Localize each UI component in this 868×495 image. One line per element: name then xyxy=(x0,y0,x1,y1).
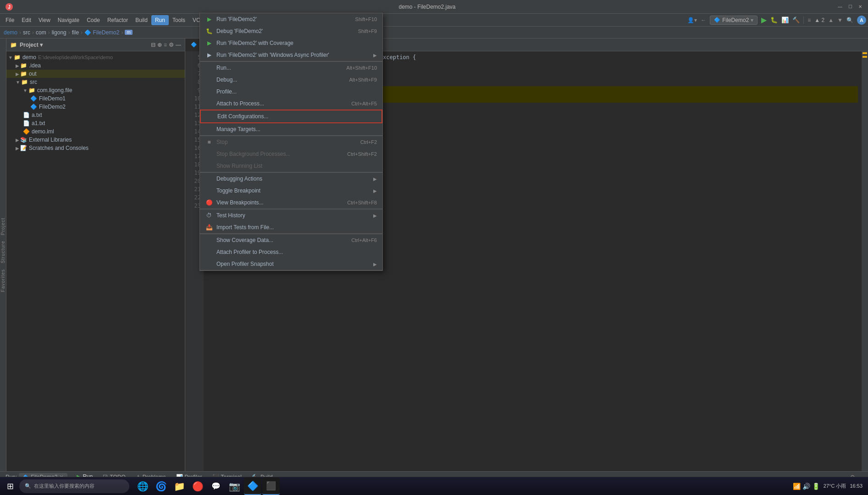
taskbar-clock[interactable]: 16:53 xyxy=(850,483,862,489)
menu-item-toggle-breakpoint[interactable]: Toggle Breakpoint ▶ xyxy=(200,185,382,197)
menu-item-run-profiler[interactable]: ▶ Run 'FileDemo2' with 'Windows Async Pr… xyxy=(200,49,382,61)
start-button[interactable]: ⊞ xyxy=(2,478,18,495)
tree-item-a1txt[interactable]: 📄 a1.txt xyxy=(6,119,185,127)
build-button[interactable]: 🔨 xyxy=(792,16,800,23)
menu-item-test-history[interactable]: ⏱ Test History ▶ xyxy=(200,209,382,221)
menu-file[interactable]: File xyxy=(2,15,18,25)
breadcrumb-ligong[interactable]: ligong xyxy=(52,29,66,36)
project-tree: ▼ 📁 demo E:\develop\ideaWorkSpace\demo ▶… xyxy=(6,51,185,471)
tree-label-idea: .idea xyxy=(29,62,41,69)
tree-label-a1txt: a1.txt xyxy=(32,120,45,126)
taskbar-volume-icon[interactable]: 🔊 xyxy=(802,483,810,490)
project-label[interactable]: Project xyxy=(0,215,6,238)
menu-item-attach-profiler[interactable]: Attach Profiler to Process... xyxy=(200,246,382,258)
manage-targets-icon xyxy=(205,126,213,133)
close-button[interactable]: ✕ xyxy=(857,4,863,10)
taskbar-app-browser[interactable]: 🔷 xyxy=(244,478,261,495)
sep3: › xyxy=(48,29,50,36)
gear-icon[interactable]: ⚙ xyxy=(169,42,174,48)
breadcrumb-src[interactable]: src xyxy=(23,29,30,36)
menu-code[interactable]: Code xyxy=(83,15,104,25)
window-controls[interactable]: — ☐ ✕ xyxy=(837,4,863,10)
menu-run[interactable]: Run xyxy=(151,15,169,25)
collapse-all-icon[interactable]: ⊟ xyxy=(151,42,155,48)
tree-label-filedemo2: FileDemo2 xyxy=(39,104,66,110)
menu-item-open-profiler-snapshot[interactable]: Open Profiler Snapshot ▶ xyxy=(200,258,382,270)
tree-item-idea[interactable]: ▶ 📁 .idea xyxy=(6,61,185,70)
debug-button[interactable]: 🐛 xyxy=(770,16,778,23)
tree-item-atxt[interactable]: 📄 a.txt xyxy=(6,111,185,119)
iml-icon-demoiml: 🔶 xyxy=(23,128,30,135)
search-everywhere-button[interactable]: 🔍 xyxy=(846,17,853,23)
minimize-panel-icon[interactable]: — xyxy=(176,42,181,48)
menu-item-attach-label: Attach to Process... xyxy=(216,100,348,107)
sep6: › xyxy=(121,29,123,36)
tree-item-demo[interactable]: ▼ 📁 demo E:\develop\ideaWorkSpace\demo xyxy=(6,53,185,61)
menu-item-run-other[interactable]: Run... Alt+Shift+F10 xyxy=(200,62,382,74)
tree-item-scratches[interactable]: ▶ 📝 Scratches and Consoles xyxy=(6,144,185,152)
menu-view[interactable]: View xyxy=(35,15,54,25)
menu-refactor[interactable]: Refactor xyxy=(104,15,132,25)
menu-item-manage-targets[interactable]: Manage Targets... xyxy=(200,123,382,135)
taskbar-network-icon[interactable]: 📶 xyxy=(793,483,801,490)
taskbar-app-wechat[interactable]: 💬 xyxy=(207,478,225,495)
tree-label-com-ligong: com.ligong.file xyxy=(37,87,72,94)
menu-item-run-coverage[interactable]: ▶ Run 'FileDemo2' with Coverage xyxy=(200,37,382,49)
run-button[interactable]: ▶ xyxy=(761,16,767,24)
menu-item-profile[interactable]: Profile... xyxy=(200,86,382,98)
menu-item-run-filedemo2[interactable]: ▶ Run 'FileDemo2' Shift+F10 xyxy=(200,13,382,25)
taskbar-app-media[interactable]: 📷 xyxy=(226,478,243,495)
breadcrumb-demo[interactable]: demo xyxy=(4,29,17,36)
taskbar-app-explorer[interactable]: 🌐 xyxy=(134,478,151,495)
more-button[interactable]: ≡ xyxy=(807,17,811,23)
menu-item-debug-filedemo2[interactable]: 🐛 Debug 'FileDemo2' Shift+F9 xyxy=(200,25,382,37)
menu-item-debugging-actions[interactable]: Debugging Actions ▶ xyxy=(200,173,382,185)
run-menu-section-1: ▶ Run 'FileDemo2' Shift+F10 🐛 Debug 'Fil… xyxy=(200,13,382,61)
minimize-button[interactable]: — xyxy=(837,4,843,10)
warning-nav-down[interactable]: ▼ xyxy=(837,17,843,23)
taskbar-app-edge[interactable]: 🌀 xyxy=(152,478,170,495)
back-icon[interactable]: ← xyxy=(701,17,706,23)
options-icon[interactable]: ≡ xyxy=(164,42,167,48)
tree-item-filedemo1[interactable]: 🔷 FileDemo1 xyxy=(6,94,185,103)
taskbar-app-intellij[interactable]: ⬛ xyxy=(262,478,280,495)
user-icon[interactable]: 👤▾ xyxy=(687,17,697,23)
tree-item-com-ligong[interactable]: ▼ 📁 com.ligong.file xyxy=(6,86,185,94)
taskbar-search-box[interactable]: 🔍 在这里输入你要搜索的内容 xyxy=(19,479,129,493)
breadcrumb-filedemo2[interactable]: 🔷 FileDemo2 xyxy=(84,29,119,36)
menu-edit[interactable]: Edit xyxy=(18,15,35,25)
maximize-button[interactable]: ☐ xyxy=(847,4,853,10)
scroll-to-file-icon[interactable]: ⊕ xyxy=(157,42,162,48)
tree-item-external-libraries[interactable]: ▶ 📚 External Libraries xyxy=(6,136,185,144)
tree-item-out[interactable]: ▶ 📁 out xyxy=(6,70,185,78)
taskbar-app-cpp[interactable]: 🔴 xyxy=(189,478,206,495)
run-menu-profiler-arrow: ▶ xyxy=(373,53,377,58)
breadcrumb-m[interactable]: m xyxy=(125,30,132,35)
menu-item-show-running-label: Show Running List xyxy=(216,163,377,169)
menu-navigate[interactable]: Navigate xyxy=(54,15,83,25)
taskbar-battery-icon[interactable]: 🔋 xyxy=(812,483,820,490)
tree-item-demoiml[interactable]: 🔶 demo.iml xyxy=(6,127,185,136)
structure-label[interactable]: Structure xyxy=(0,238,6,266)
favorites-label[interactable]: Favorites xyxy=(0,266,6,295)
menu-tools[interactable]: Tools xyxy=(169,15,189,25)
scratches-icon: 📝 xyxy=(20,145,27,151)
menu-item-view-breakpoints[interactable]: 🔴 View Breakpoints... Ctrl+Shift+F8 xyxy=(200,197,382,209)
breadcrumb-com[interactable]: com xyxy=(36,29,46,36)
menu-item-attach-process[interactable]: Attach to Process... Ctrl+Alt+F5 xyxy=(200,98,382,110)
warning-nav-up[interactable]: ▲ xyxy=(828,17,834,23)
breadcrumb-file[interactable]: file xyxy=(72,29,79,36)
run-config-selector[interactable]: 🔷 FileDemo2 ▾ xyxy=(710,16,757,25)
tree-item-src[interactable]: ▼ 📁 src xyxy=(6,78,185,86)
menu-item-import-tests[interactable]: 📥 Import Tests from File... xyxy=(200,221,382,233)
tree-item-filedemo2[interactable]: 🔷 FileDemo2 xyxy=(6,103,185,111)
menu-build[interactable]: Build xyxy=(132,15,151,25)
account-avatar[interactable]: A xyxy=(857,16,866,25)
menu-item-coverage-data[interactable]: Show Coverage Data... Ctrl+Alt+F6 xyxy=(200,234,382,246)
menu-item-edit-config[interactable]: Edit Configurations... xyxy=(200,110,382,123)
java-icon-filedemo1: 🔷 xyxy=(30,95,37,102)
menu-item-show-running: Show Running List xyxy=(200,160,382,172)
taskbar-app-folder[interactable]: 📁 xyxy=(171,478,188,495)
menu-item-debug-other[interactable]: Debug... Alt+Shift+F9 xyxy=(200,74,382,86)
coverage-button[interactable]: 📊 xyxy=(781,16,789,23)
